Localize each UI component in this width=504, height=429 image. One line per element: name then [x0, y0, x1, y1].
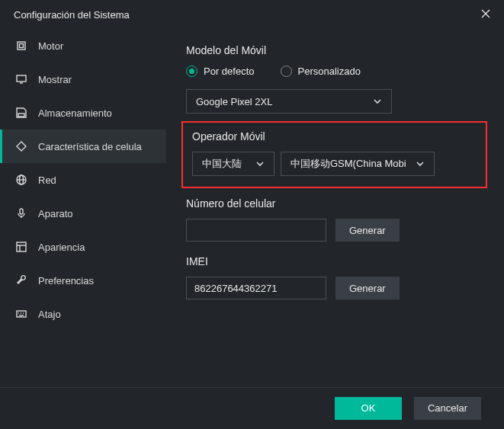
svg-rect-6 [18, 114, 24, 117]
radio-icon [186, 66, 197, 77]
radio-default-label: Por defecto [204, 66, 255, 77]
svg-rect-12 [17, 242, 26, 251]
sidebar-item-preferences[interactable]: Preferencias [0, 264, 166, 297]
sidebar-item-network[interactable]: Red [0, 163, 166, 197]
operator-carrier-value: 中国移动GSM(China Mobi [291, 157, 406, 171]
phone-label: Número del celular [186, 197, 484, 210]
radio-default[interactable]: Por defecto [186, 66, 255, 77]
sidebar-item-label: Preferencias [38, 275, 94, 287]
content-panel: Modelo del Móvil Por defecto Personaliza… [166, 29, 504, 387]
wrench-icon [15, 274, 27, 287]
cancel-button[interactable]: Cancelar [414, 397, 481, 420]
main-area: Motor Mostrar Almacenamiento Característ… [0, 29, 504, 387]
model-dropdown[interactable]: Google Pixel 2XL [186, 89, 392, 114]
imei-row: Generar [186, 277, 484, 299]
svg-rect-10 [20, 209, 23, 214]
model-radio-group: Por defecto Personalizado [186, 66, 484, 77]
radio-icon [281, 66, 292, 77]
sidebar-item-label: Motor [38, 40, 63, 52]
operator-row: 中国大陆 中国移动GSM(China Mobi [192, 152, 477, 176]
tag-icon [15, 140, 27, 152]
layout-icon [15, 241, 27, 253]
svg-rect-4 [17, 75, 26, 82]
sidebar-item-label: Apariencia [38, 242, 85, 253]
generate-phone-button[interactable]: Generar [335, 219, 400, 242]
ok-button[interactable]: OK [335, 397, 402, 420]
imei-label: IMEI [186, 255, 484, 267]
sidebar-item-label: Red [38, 174, 56, 186]
sidebar-item-label: Atajo [38, 309, 61, 320]
sidebar-item-label: Característica de celula [38, 141, 142, 152]
chevron-down-icon [373, 97, 382, 106]
window-title: Configuración del Sistema [14, 9, 130, 21]
model-label: Modelo del Móvil [186, 44, 484, 56]
radio-custom-label: Personalizado [298, 66, 361, 77]
radio-custom[interactable]: Personalizado [281, 66, 361, 77]
titlebar: Configuración del Sistema [0, 0, 504, 29]
svg-rect-2 [18, 42, 25, 50]
operator-region-dropdown[interactable]: 中国大陆 [192, 152, 274, 176]
sidebar-item-label: Mostrar [38, 74, 72, 85]
sidebar-item-cell[interactable]: Característica de celula [0, 130, 166, 163]
chevron-down-icon [255, 159, 265, 168]
sidebar-item-motor[interactable]: Motor [0, 29, 166, 62]
chevron-down-icon [416, 159, 425, 168]
operator-highlight-box: Operador Móvil 中国大陆 中国移动GSM(China Mobi [181, 121, 487, 188]
svg-rect-3 [20, 44, 24, 48]
save-icon [15, 107, 27, 119]
generate-imei-button[interactable]: Generar [335, 277, 400, 299]
sidebar: Motor Mostrar Almacenamiento Característ… [0, 29, 166, 387]
imei-input[interactable] [186, 277, 326, 299]
close-icon [481, 9, 490, 21]
sidebar-item-appearance[interactable]: Apariencia [0, 230, 166, 264]
keyboard-icon [15, 308, 27, 320]
phone-input[interactable] [186, 219, 326, 242]
sidebar-item-storage[interactable]: Almacenamiento [0, 96, 166, 130]
operator-label: Operador Móvil [192, 130, 477, 142]
svg-rect-15 [17, 311, 26, 317]
sidebar-item-shortcut[interactable]: Atajo [0, 297, 166, 331]
operator-carrier-dropdown[interactable]: 中国移动GSM(China Mobi [281, 152, 435, 176]
globe-icon [15, 174, 27, 186]
close-button[interactable] [478, 7, 493, 22]
sidebar-item-label: Almacenamiento [38, 107, 112, 119]
footer: OK Cancelar [0, 387, 504, 428]
sidebar-item-label: Aparato [38, 208, 73, 219]
sidebar-item-device[interactable]: Aparato [0, 197, 166, 230]
operator-region-value: 中国大陆 [202, 157, 242, 171]
cpu-icon [15, 40, 27, 52]
model-dropdown-value: Google Pixel 2XL [196, 96, 272, 107]
phone-row: Generar [186, 219, 484, 242]
microphone-icon [15, 207, 27, 219]
display-icon [15, 73, 27, 85]
sidebar-item-display[interactable]: Mostrar [0, 62, 166, 96]
